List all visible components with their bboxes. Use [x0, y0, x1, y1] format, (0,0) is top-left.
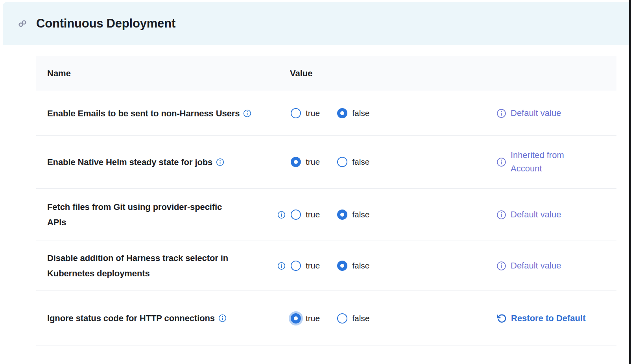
radio-option-true[interactable]: true — [291, 313, 320, 324]
setting-name-line: Enable Native Helm steady state for jobs — [47, 154, 212, 170]
settings-rows: Enable Emails to be sent to non-Harness … — [36, 91, 616, 346]
status-info-icon[interactable] — [496, 157, 506, 167]
setting-info-icon[interactable] — [277, 211, 286, 219]
page-title: Continuous Deployment — [36, 17, 175, 31]
radio-option-true[interactable]: true — [291, 210, 320, 220]
column-header-value: Value — [277, 68, 312, 79]
radio-false-label[interactable]: false — [352, 108, 369, 118]
status-label[interactable]: Restore to Default — [511, 312, 585, 325]
section-header: Continuous Deployment — [3, 2, 629, 45]
settings-card: Continuous Deployment Name Value Enable … — [3, 2, 629, 364]
status-info-icon[interactable] — [496, 261, 506, 271]
setting-value-cell: true false — [277, 157, 496, 167]
restore-to-default-button[interactable]: Restore to Default — [496, 312, 616, 325]
settings-row: Disable addition of Harness track select… — [36, 241, 616, 291]
setting-name-cell: Fetch files from Git using provider-spec… — [36, 199, 277, 230]
radio-false[interactable] — [337, 261, 347, 271]
setting-value-cell: true false — [277, 108, 496, 118]
setting-value-cell: true false — [277, 261, 496, 271]
settings-row: Enable Native Helm steady state for jobs… — [36, 136, 616, 189]
setting-name-cell: Ignore status code for HTTP connections — [36, 311, 277, 326]
settings-row: Ignore status code for HTTP connections … — [36, 291, 616, 346]
setting-name-line: Ignore status code for HTTP connections — [47, 311, 215, 326]
status: Inherited from Account — [496, 149, 616, 175]
settings-table: Name Value Enable Emails to be sent to n… — [36, 56, 616, 346]
setting-info-icon[interactable] — [216, 158, 224, 166]
radio-false[interactable] — [337, 210, 347, 220]
radio-true-label[interactable]: true — [306, 157, 320, 167]
radio-option-true[interactable]: true — [291, 261, 320, 271]
setting-name-cell: Enable Native Helm steady state for jobs — [36, 154, 277, 170]
setting-name-cell: Enable Emails to be sent to non-Harness … — [36, 106, 277, 121]
radio-option-false[interactable]: false — [337, 157, 369, 167]
settings-row: Enable Emails to be sent to non-Harness … — [36, 91, 616, 136]
radio-true[interactable] — [291, 108, 301, 118]
radio-true-label[interactable]: true — [306, 108, 320, 118]
setting-name: Disable addition of Harness track select… — [47, 250, 228, 281]
radio-option-false[interactable]: false — [337, 210, 369, 220]
status: Default value — [496, 259, 616, 272]
column-header-name: Name — [36, 68, 277, 79]
status-info-icon[interactable] — [496, 210, 506, 220]
radio-false[interactable] — [337, 313, 347, 324]
status-info-icon[interactable] — [496, 108, 506, 118]
radio-true[interactable] — [291, 313, 301, 324]
status: Default value — [496, 208, 616, 221]
setting-name-line: Enable Emails to be sent to non-Harness … — [47, 106, 240, 121]
radio-true[interactable] — [291, 261, 301, 271]
screen-edge-strip — [629, 0, 631, 364]
status-label: Default value — [511, 259, 561, 272]
setting-name-line: Disable addition of Harness track select… — [47, 250, 228, 266]
setting-name-cell: Disable addition of Harness track select… — [36, 250, 277, 281]
value-info-slot — [277, 211, 291, 219]
radio-option-false[interactable]: false — [337, 313, 369, 324]
status-label: Default value — [511, 208, 561, 221]
radio-false-label[interactable]: false — [352, 157, 369, 167]
radio-false-label[interactable]: false — [352, 210, 369, 219]
setting-value-cell: true false — [277, 210, 496, 220]
setting-info-icon[interactable] — [218, 314, 227, 322]
setting-name: Enable Emails to be sent to non-Harness … — [47, 106, 240, 121]
setting-name-line: Fetch files from Git using provider-spec… — [47, 199, 222, 215]
radio-true-label[interactable]: true — [306, 210, 320, 219]
setting-name: Fetch files from Git using provider-spec… — [47, 199, 222, 230]
settings-row: Fetch files from Git using provider-spec… — [36, 189, 616, 241]
radio-true[interactable] — [291, 157, 301, 167]
radio-true-label[interactable]: true — [306, 314, 320, 323]
setting-name-line: APIs — [47, 215, 222, 230]
setting-name-line: Kubernetes deployments — [47, 266, 228, 281]
radio-option-false[interactable]: false — [337, 261, 369, 271]
value-info-slot — [277, 262, 291, 270]
radio-false[interactable] — [337, 108, 347, 118]
status-label: Default value — [511, 107, 561, 120]
status-label: Inherited from Account — [511, 149, 591, 175]
radio-option-false[interactable]: false — [337, 108, 369, 118]
status: Default value — [496, 107, 616, 120]
setting-name: Enable Native Helm steady state for jobs — [47, 154, 212, 170]
setting-info-icon[interactable] — [277, 262, 286, 270]
radio-false[interactable] — [337, 157, 347, 167]
radio-false-label[interactable]: false — [352, 314, 369, 323]
setting-value-cell: true false — [277, 313, 496, 324]
restore-icon[interactable] — [496, 313, 507, 324]
radio-false-label[interactable]: false — [352, 261, 369, 270]
table-header-row: Name Value — [36, 56, 616, 91]
setting-name: Ignore status code for HTTP connections — [47, 311, 215, 326]
link-icon[interactable] — [18, 19, 27, 28]
setting-info-icon[interactable] — [243, 109, 251, 118]
radio-option-true[interactable]: true — [291, 157, 320, 167]
radio-option-true[interactable]: true — [291, 108, 320, 118]
radio-true[interactable] — [291, 210, 301, 220]
radio-true-label[interactable]: true — [306, 261, 320, 270]
